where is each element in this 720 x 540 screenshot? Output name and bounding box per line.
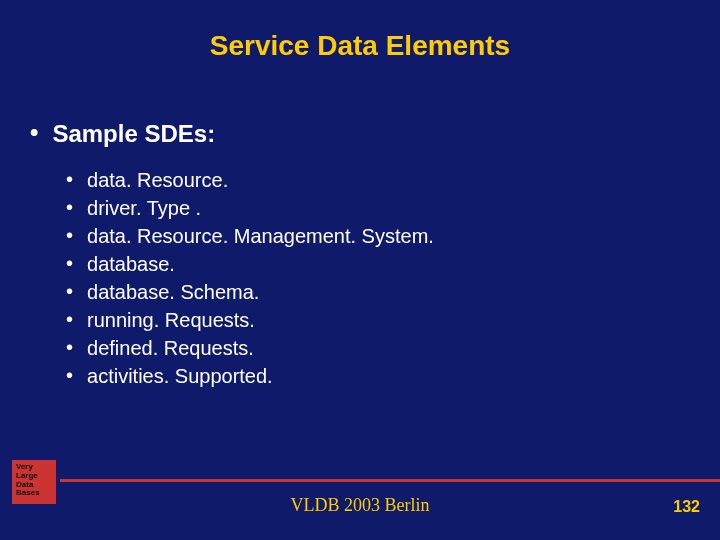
slide: Service Data Elements • Sample SDEs: • d… [0, 0, 720, 540]
list-item: • database. [66, 250, 690, 278]
bullet-icon: • [66, 250, 73, 276]
list-item-text: data. Resource. [87, 166, 228, 194]
footer-text: VLDB 2003 Berlin [0, 495, 720, 516]
list-item-text: database. Schema. [87, 278, 259, 306]
list-item-text: running. Requests. [87, 306, 255, 334]
bullet-icon: • [66, 278, 73, 304]
footer-divider [60, 479, 720, 482]
list-item: • database. Schema. [66, 278, 690, 306]
list-item: • running. Requests. [66, 306, 690, 334]
heading-bullet: • Sample SDEs: [30, 120, 690, 148]
bullet-icon: • [30, 120, 38, 144]
page-number: 132 [673, 498, 700, 516]
list-item-text: data. Resource. Management. System. [87, 222, 434, 250]
list-item-text: database. [87, 250, 175, 278]
list-item: • data. Resource. [66, 166, 690, 194]
list-item-text: activities. Supported. [87, 362, 273, 390]
list-item: • defined. Requests. [66, 334, 690, 362]
bullet-icon: • [66, 194, 73, 220]
bullet-icon: • [66, 334, 73, 360]
list-item: • data. Resource. Management. System. [66, 222, 690, 250]
slide-title: Service Data Elements [0, 30, 720, 62]
heading-text: Sample SDEs: [52, 120, 215, 148]
bullet-icon: • [66, 166, 73, 192]
list-item: • activities. Supported. [66, 362, 690, 390]
slide-content: • Sample SDEs: • data. Resource. • drive… [30, 120, 690, 390]
list-item: • driver. Type . [66, 194, 690, 222]
bullet-icon: • [66, 306, 73, 332]
sde-list: • data. Resource. • driver. Type . • dat… [66, 166, 690, 390]
bullet-icon: • [66, 222, 73, 248]
list-item-text: defined. Requests. [87, 334, 254, 362]
list-item-text: driver. Type . [87, 194, 201, 222]
bullet-icon: • [66, 362, 73, 388]
